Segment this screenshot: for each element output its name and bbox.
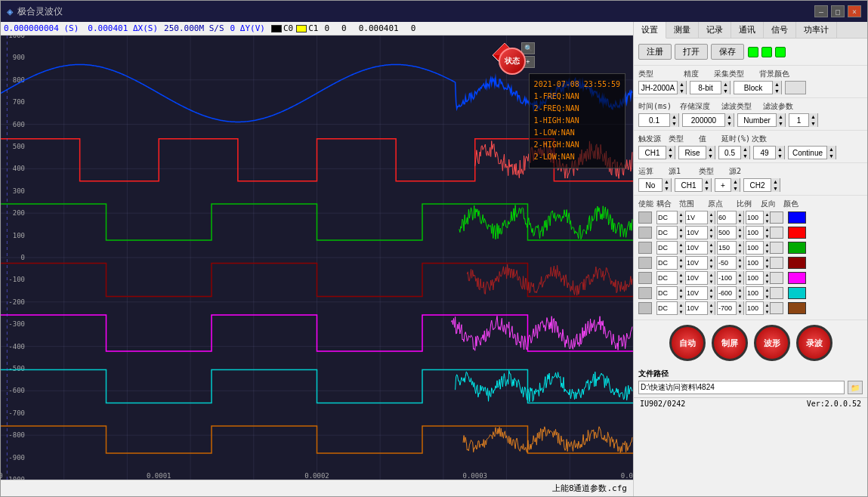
delta-x: 0.000401 ΔX(S): [88, 23, 158, 33]
op-field[interactable]: ▲▼: [638, 178, 672, 192]
ch2-range[interactable]: ▲▼: [685, 226, 715, 239]
register-button[interactable]: 注册: [638, 44, 672, 60]
scope-bottom: 上能8通道参数.cfg: [1, 480, 633, 496]
ch3-enable[interactable]: [638, 242, 652, 254]
ch6-scale[interactable]: ▲▼: [746, 286, 768, 300]
ch5-range[interactable]: ▲▼: [685, 271, 715, 285]
ch2-color[interactable]: [788, 227, 806, 239]
trigger-delay-field[interactable]: ▲▼: [753, 146, 785, 159]
ch2-enable[interactable]: [638, 227, 652, 239]
ch1-coupling[interactable]: ▲▼: [656, 211, 684, 224]
tab-power[interactable]: 功率计: [796, 22, 837, 38]
file-path-input[interactable]: [638, 381, 845, 394]
trigger-type-field[interactable]: ▲▼: [678, 146, 715, 159]
ch6-range[interactable]: ▲▼: [685, 286, 715, 300]
open-button[interactable]: 打开: [675, 44, 708, 60]
type-field[interactable]: ▲▼: [638, 81, 687, 94]
ch4-coupling[interactable]: ▲▼: [656, 256, 684, 270]
filter-type-field[interactable]: ▲▼: [737, 113, 786, 127]
ch5-coupling[interactable]: ▲▼: [656, 271, 684, 285]
ch1-scale[interactable]: ▲▼: [746, 211, 768, 224]
tab-signal[interactable]: 信号: [764, 22, 796, 38]
type-headers: 类型 精度 采集类型 背景颜色: [638, 69, 863, 79]
ch7-invert[interactable]: [770, 302, 783, 314]
zoom-in-button[interactable]: 🔍: [521, 42, 535, 54]
ch3-invert[interactable]: [770, 242, 783, 254]
maximize-button[interactable]: □: [831, 5, 845, 17]
action-buttons-row: 注册 打开 保存: [638, 44, 863, 60]
channel-row-3: ▲▼ ▲▼ ▲▼ ▲▼: [638, 241, 863, 255]
trigger-source-field[interactable]: ▲▼: [638, 146, 675, 159]
status-badge[interactable]: 状态: [499, 48, 526, 75]
close-button[interactable]: ×: [848, 5, 861, 17]
filter-param-field[interactable]: ▲▼: [789, 113, 818, 127]
time-position: 0.000000004 (S): [4, 23, 79, 33]
ch4-origin[interactable]: ▲▼: [717, 256, 744, 270]
ch7-coupling[interactable]: ▲▼: [656, 301, 684, 315]
stop-button[interactable]: 制屏: [712, 325, 748, 361]
freq2: 2-FREQ:NAN: [534, 103, 620, 115]
ch3-color[interactable]: [788, 242, 806, 254]
tab-record[interactable]: 记录: [699, 22, 731, 38]
op-headers: 运算 源1 类型 源2: [638, 166, 863, 177]
ch6-enable[interactable]: [638, 287, 652, 299]
ch5-enable[interactable]: [638, 272, 652, 284]
ch1-range[interactable]: ▲▼: [685, 211, 715, 224]
ch2-coupling[interactable]: ▲▼: [656, 226, 684, 239]
collect-field[interactable]: ▲▼: [734, 81, 782, 94]
ch4-enable[interactable]: [638, 257, 652, 269]
op-src1-field[interactable]: ▲▼: [675, 178, 712, 192]
op-src2-field[interactable]: ▲▼: [743, 178, 780, 192]
type-section: 类型 精度 采集类型 背景颜色 ▲▼ ▲▼: [634, 66, 867, 98]
ch4-color[interactable]: [788, 257, 806, 269]
ch7-range[interactable]: ▲▼: [685, 301, 715, 315]
ch6-origin[interactable]: ▲▼: [717, 286, 744, 300]
ch2-invert[interactable]: [770, 227, 783, 239]
app-window: ◈ 极合灵波仪 — □ × 0.000000004 (S) 0.000401 Δ…: [0, 0, 868, 497]
op-type-field[interactable]: ▲▼: [715, 178, 740, 192]
bg-color-swatch[interactable]: [785, 81, 806, 94]
wave-button[interactable]: 波形: [754, 325, 790, 361]
ch5-origin[interactable]: ▲▼: [717, 271, 744, 285]
rec-button[interactable]: 录波: [796, 325, 832, 361]
ch5-invert[interactable]: [770, 272, 783, 284]
ch5-scale[interactable]: ▲▼: [746, 271, 768, 285]
ch7-color[interactable]: [788, 302, 806, 314]
trigger-count-field[interactable]: ▲▼: [788, 146, 836, 159]
ch1-invert[interactable]: [770, 211, 783, 224]
depth-field[interactable]: ▲▼: [682, 113, 734, 127]
high2: 2-HIGH:NAN: [534, 139, 620, 151]
ch4-invert[interactable]: [770, 257, 783, 269]
ch6-coupling[interactable]: ▲▼: [656, 286, 684, 300]
auto-button[interactable]: 自动: [669, 325, 706, 361]
ch6-color[interactable]: [788, 287, 806, 299]
time-field[interactable]: ▲▼: [638, 113, 679, 127]
ch7-origin[interactable]: ▲▼: [717, 301, 744, 315]
channel-row-5: ▲▼ ▲▼ ▲▼ ▲▼: [638, 271, 863, 285]
precision-field[interactable]: ▲▼: [690, 81, 731, 94]
ch5-color[interactable]: [788, 272, 806, 284]
ch4-range[interactable]: ▲▼: [685, 256, 715, 270]
ch7-enable[interactable]: [638, 302, 652, 314]
ch3-coupling[interactable]: ▲▼: [656, 241, 684, 255]
ch1-color[interactable]: [788, 211, 806, 224]
ch6-invert[interactable]: [770, 287, 783, 299]
ch3-scale[interactable]: ▲▼: [746, 241, 768, 255]
tab-comm[interactable]: 通讯: [731, 22, 764, 38]
tab-measure[interactable]: 测量: [666, 22, 699, 38]
ch2-scale[interactable]: ▲▼: [746, 226, 768, 239]
browse-button[interactable]: 📁: [848, 381, 863, 394]
ch1-origin[interactable]: ▲▼: [717, 211, 744, 224]
ch7-scale[interactable]: ▲▼: [746, 301, 768, 315]
ch1-enable[interactable]: [638, 211, 652, 224]
ch3-origin[interactable]: ▲▼: [717, 241, 744, 255]
save-button[interactable]: 保存: [711, 44, 744, 60]
trigger-value-field[interactable]: ▲▼: [718, 146, 750, 159]
channel-legend: C0 C1: [271, 23, 319, 33]
time-info: 0.000000004 (S) 0.000401 ΔX(S): [4, 23, 158, 33]
ch3-range[interactable]: ▲▼: [685, 241, 715, 255]
minimize-button[interactable]: —: [814, 5, 828, 17]
ch2-origin[interactable]: ▲▼: [717, 226, 744, 239]
tab-settings[interactable]: 设置: [634, 22, 666, 39]
ch4-scale[interactable]: ▲▼: [746, 256, 768, 270]
